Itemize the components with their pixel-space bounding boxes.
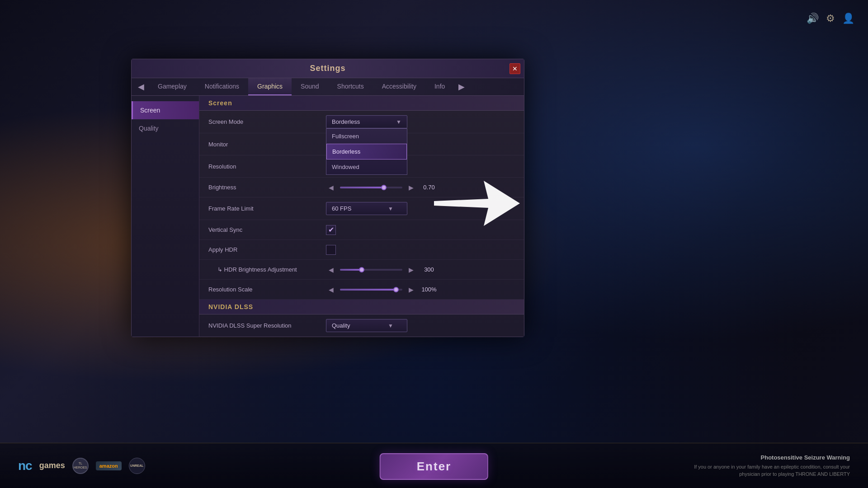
vsync-row: Vertical Sync ✔ <box>199 220 524 240</box>
screen-mode-value: Borderless <box>332 118 360 125</box>
option-windowed[interactable]: Windowed <box>326 160 407 174</box>
frame-rate-label: Frame Rate Limit <box>208 205 326 212</box>
modal-title: Settings <box>310 64 345 73</box>
frame-rate-dropdown-arrow-icon: ▼ <box>388 206 393 212</box>
tab-shortcuts[interactable]: Shortcuts <box>328 78 373 95</box>
hdr-brightness-slider-thumb[interactable] <box>359 267 364 272</box>
tab-accessibility[interactable]: Accessibility <box>373 78 425 95</box>
brightness-decrease-button[interactable]: ◀ <box>326 183 336 192</box>
settings-content: Screen Screen Mode Borderless ▼ Fullscre… <box>199 96 524 337</box>
brightness-slider-container: ◀ ▶ <box>326 183 416 192</box>
tab-graphics[interactable]: Graphics <box>248 78 292 95</box>
option-fullscreen[interactable]: Fullscreen <box>326 129 407 144</box>
dlss-dropdown-arrow-icon: ▼ <box>388 323 393 329</box>
hdr-brightness-decrease-button[interactable]: ◀ <box>326 265 336 274</box>
resolution-scale-label: Resolution Scale <box>208 286 326 293</box>
resolution-scale-slider-thumb[interactable] <box>393 287 399 292</box>
resolution-scale-slider-container: ◀ ▶ <box>326 285 416 294</box>
modal-title-bar: Settings ✕ <box>132 59 524 78</box>
monitor-label: Monitor <box>208 141 326 148</box>
frame-rate-row: Frame Rate Limit 60 FPS ▼ <box>199 197 524 220</box>
tl-heroes-logo: TL HEROES <box>72 458 89 474</box>
tab-sound[interactable]: Sound <box>292 78 328 95</box>
screen-mode-control: Borderless ▼ Fullscreen Borderless Windo… <box>326 115 515 128</box>
tabs-bar: ◀ Gameplay Notifications Graphics Sound … <box>132 78 524 96</box>
hdr-brightness-slider-track[interactable] <box>340 269 402 271</box>
resolution-scale-value: 100% <box>420 286 438 293</box>
resolution-scale-decrease-button[interactable]: ◀ <box>326 285 336 294</box>
seizure-warning-text: If you or anyone in your family have an … <box>692 463 850 478</box>
hdr-brightness-control: ◀ ▶ 300 <box>326 265 515 274</box>
vsync-label: Vertical Sync <box>208 226 326 233</box>
hdr-brightness-increase-button[interactable]: ▶ <box>406 265 416 274</box>
vsync-checkbox[interactable]: ✔ <box>326 225 336 235</box>
tab-prev-button[interactable]: ◀ <box>133 78 149 95</box>
frame-rate-dropdown[interactable]: 60 FPS ▼ <box>326 202 407 215</box>
amazon-logo: amazon <box>96 461 122 470</box>
resolution-scale-slider-track[interactable] <box>340 289 402 291</box>
dlss-row: NVIDIA DLSS Super Resolution Quality ▼ <box>199 314 524 337</box>
screen-section-header: Screen <box>199 96 524 111</box>
dlss-control: Quality ▼ <box>326 319 515 332</box>
brightness-slider-track[interactable] <box>340 187 402 188</box>
bottom-logos: nc games TL HEROES amazon UNREAL <box>18 458 145 474</box>
brightness-label: Brightness <box>208 184 326 191</box>
unreal-logo: UNREAL <box>129 458 145 474</box>
sidebar-item-quality[interactable]: Quality <box>132 119 199 137</box>
bottom-bar: nc games TL HEROES amazon UNREAL Enter P… <box>0 443 868 488</box>
hdr-checkbox[interactable] <box>326 245 336 255</box>
brightness-slider-thumb[interactable] <box>381 185 387 190</box>
hdr-brightness-slider-fill <box>340 269 362 271</box>
brightness-increase-button[interactable]: ▶ <box>406 183 416 192</box>
hdr-label: Apply HDR <box>208 246 326 253</box>
dlss-label: NVIDIA DLSS Super Resolution <box>208 322 326 329</box>
settings-icon[interactable]: ⚙ <box>826 13 835 24</box>
resolution-label: Resolution <box>208 163 326 170</box>
seizure-warning: Photosensitive Seizure Warning If you or… <box>692 453 850 478</box>
nc-logo: nc <box>18 459 32 473</box>
dlss-dropdown[interactable]: Quality ▼ <box>326 319 407 332</box>
settings-sidebar: Screen Quality <box>132 96 199 337</box>
frame-rate-control: 60 FPS ▼ <box>326 202 515 215</box>
frame-rate-value: 60 FPS <box>332 205 351 212</box>
resolution-scale-slider-fill <box>340 289 396 291</box>
hdr-brightness-row: ↳ HDR Brightness Adjustment ◀ ▶ 300 <box>199 260 524 280</box>
games-logo: games <box>39 461 65 470</box>
option-borderless[interactable]: Borderless <box>326 144 407 160</box>
screen-mode-dropdown[interactable]: Borderless ▼ <box>326 115 407 128</box>
vsync-control: ✔ <box>326 225 515 235</box>
hdr-brightness-label: ↳ HDR Brightness Adjustment <box>208 266 326 273</box>
brightness-slider-fill <box>340 187 384 188</box>
hdr-brightness-value: 300 <box>420 266 438 273</box>
sound-icon[interactable]: 🔊 <box>807 13 819 24</box>
enter-button[interactable]: Enter <box>380 453 488 480</box>
profile-icon[interactable]: 👤 <box>842 13 854 24</box>
dlss-value: Quality <box>332 322 350 329</box>
hdr-brightness-slider-container: ◀ ▶ <box>326 265 416 274</box>
screen-mode-row: Screen Mode Borderless ▼ Fullscreen Bord… <box>199 111 524 133</box>
resolution-scale-control: ◀ ▶ 100% <box>326 285 515 294</box>
screen-mode-label: Screen Mode <box>208 118 326 125</box>
resolution-scale-increase-button[interactable]: ▶ <box>406 285 416 294</box>
dropdown-arrow-icon: ▼ <box>396 119 401 125</box>
brightness-control: ◀ ▶ 0.70 <box>326 183 515 192</box>
tab-next-button[interactable]: ▶ <box>454 78 469 95</box>
hdr-row: Apply HDR <box>199 240 524 260</box>
settings-modal: Settings ✕ ◀ Gameplay Notifications Grap… <box>131 59 524 337</box>
tab-info[interactable]: Info <box>425 78 454 95</box>
tab-notifications[interactable]: Notifications <box>196 78 248 95</box>
close-button[interactable]: ✕ <box>509 63 520 74</box>
dlss-section-header: NVIDIA DLSS <box>199 300 524 314</box>
hdr-control <box>326 245 515 255</box>
brightness-value: 0.70 <box>420 184 438 191</box>
tab-gameplay[interactable]: Gameplay <box>149 78 196 95</box>
top-icons-bar: 🔊 ⚙ 👤 <box>807 13 854 24</box>
sidebar-item-screen[interactable]: Screen <box>132 101 199 119</box>
screen-mode-dropdown-wrapper: Borderless ▼ Fullscreen Borderless Windo… <box>326 115 407 128</box>
modal-body: Screen Quality Screen Screen Mode Border… <box>132 96 524 337</box>
brightness-row: Brightness ◀ ▶ 0.70 <box>199 178 524 197</box>
seizure-warning-title: Photosensitive Seizure Warning <box>692 453 850 462</box>
screen-mode-dropdown-menu: Fullscreen Borderless Windowed <box>326 128 407 175</box>
resolution-scale-row: Resolution Scale ◀ ▶ 100% <box>199 280 524 300</box>
